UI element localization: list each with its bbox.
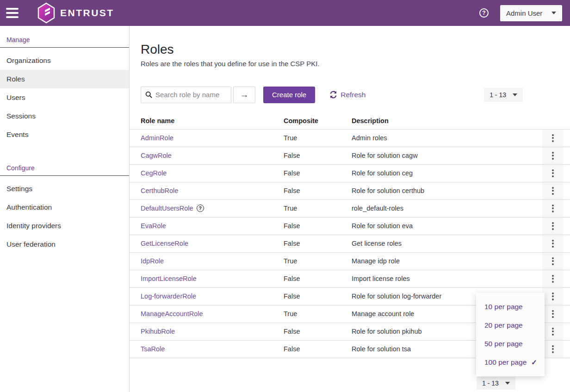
- pagination-range-label: 1 - 13: [482, 380, 499, 387]
- role-link-importlicenserole[interactable]: ImportLicenseRole: [141, 275, 197, 282]
- search-icon: [145, 91, 152, 99]
- row-actions-kebab-button[interactable]: [542, 165, 564, 182]
- refresh-link[interactable]: Refresh: [329, 91, 366, 99]
- composite-value: True: [284, 257, 352, 265]
- actions-cell: [542, 253, 570, 270]
- role-link-evarole[interactable]: EvaRole: [141, 222, 166, 230]
- page-subtitle: Roles are the roles that you define for …: [141, 60, 559, 68]
- row-actions-kebab-button[interactable]: [542, 182, 564, 199]
- menu-item-20-per-page[interactable]: 20 per page: [476, 316, 545, 335]
- row-actions-kebab-button[interactable]: [542, 270, 564, 287]
- help-icon[interactable]: ?: [479, 8, 489, 18]
- role-link-idprole[interactable]: IdpRole: [141, 257, 164, 265]
- composite-value: True: [284, 205, 352, 212]
- row-actions-kebab-button[interactable]: [542, 147, 564, 164]
- sidebar-item-identity-providers[interactable]: Identity providers: [0, 217, 129, 235]
- table-row: AdminRoleTrueAdmin roles: [130, 130, 570, 147]
- row-actions-kebab-button[interactable]: [542, 341, 564, 358]
- row-actions-kebab-button[interactable]: [542, 305, 564, 323]
- search-input[interactable]: [155, 91, 227, 99]
- sidebar-section-label: Configure: [6, 164, 129, 172]
- description-value: role_default-roles: [352, 205, 542, 212]
- row-actions-kebab-button[interactable]: [542, 323, 564, 340]
- sidebar-item-sessions[interactable]: Sessions: [0, 107, 129, 125]
- menu-item-label: 50 per page: [484, 340, 523, 348]
- chevron-down-icon: [513, 93, 517, 96]
- table-row: EvaRoleFalseRole for solution eva: [130, 218, 570, 235]
- row-actions-kebab-button[interactable]: [542, 288, 564, 305]
- role-link-cegrole[interactable]: CegRole: [141, 169, 167, 177]
- role-link-cagwrole[interactable]: CagwRole: [141, 152, 172, 159]
- role-link-tsarole[interactable]: TsaRole: [141, 345, 165, 353]
- table-row: CerthubRoleFalseRole for solution certhu…: [130, 182, 570, 200]
- column-header-role-name: Role name: [130, 117, 284, 124]
- row-actions-kebab-button[interactable]: [542, 200, 564, 217]
- user-menu-dropdown[interactable]: Admin User: [500, 5, 562, 21]
- role-link-adminrole[interactable]: AdminRole: [141, 134, 173, 142]
- per-page-menu: 10 per page20 per page50 per page100 per…: [476, 293, 545, 376]
- composite-value: False: [284, 187, 352, 194]
- refresh-icon: [329, 91, 337, 99]
- menu-item-100-per-page[interactable]: 100 per page✓: [476, 353, 545, 372]
- actions-cell: [542, 218, 570, 235]
- role-help-icon[interactable]: ?: [197, 205, 204, 212]
- sidebar-item-organizations[interactable]: Organizations: [0, 51, 129, 70]
- table-row: GetLicenseRoleFalseGet license roles: [130, 235, 570, 253]
- menu-item-50-per-page[interactable]: 50 per page: [476, 335, 545, 353]
- table-row: CagwRoleFalseRole for solution cagw: [130, 147, 570, 165]
- toolbar: → Create role Refresh 1 - 13: [141, 87, 570, 103]
- table-row: ImportLicenseRoleFalseImport license rol…: [130, 270, 570, 288]
- composite-value: False: [284, 240, 352, 247]
- user-menu-label: Admin User: [506, 9, 542, 17]
- menu-item-label: 10 per page: [484, 303, 523, 311]
- role-link-defaultusersrole[interactable]: DefaultUsersRole: [141, 205, 193, 212]
- column-header-composite: Composite: [284, 117, 352, 124]
- table-header-row: Role name Composite Description: [130, 113, 570, 130]
- chevron-down-icon: [551, 12, 556, 14]
- actions-cell: [542, 147, 570, 164]
- pagination-range-dropdown-bottom[interactable]: 1 - 13: [477, 377, 515, 390]
- table-row: DefaultUsersRole?Truerole_default-roles: [130, 200, 570, 218]
- row-actions-kebab-button[interactable]: [542, 235, 564, 252]
- role-link-getlicenserole[interactable]: GetLicenseRole: [141, 240, 188, 247]
- create-role-button[interactable]: Create role: [263, 87, 315, 103]
- actions-cell: [542, 200, 570, 217]
- brand-name: ENTRUST: [60, 7, 114, 19]
- actions-cell: [542, 235, 570, 252]
- role-link-pkihubrole[interactable]: PkihubRole: [141, 328, 175, 335]
- role-link-log-forwarderrole[interactable]: Log-forwarderRole: [141, 292, 196, 300]
- column-header-description: Description: [352, 117, 542, 124]
- sidebar-item-roles[interactable]: Roles: [0, 70, 129, 88]
- chevron-down-icon: [505, 382, 510, 385]
- pagination-range-dropdown-top[interactable]: 1 - 13: [484, 88, 523, 102]
- column-header-actions: [542, 113, 570, 129]
- actions-cell: [542, 341, 570, 358]
- menu-item-10-per-page[interactable]: 10 per page: [476, 298, 545, 316]
- page-header: Roles Roles are the roles that you defin…: [130, 26, 570, 68]
- actions-cell: [542, 323, 570, 340]
- check-icon: ✓: [531, 358, 537, 367]
- menu-item-label: 100 per page: [484, 358, 527, 367]
- role-link-manageaccountrole[interactable]: ManageAccountRole: [141, 310, 203, 317]
- sidebar-item-user-federation[interactable]: User federation: [0, 235, 129, 254]
- row-actions-kebab-button[interactable]: [542, 130, 564, 147]
- actions-cell: [542, 270, 570, 287]
- refresh-label: Refresh: [341, 91, 366, 99]
- description-value: Get license roles: [352, 240, 542, 247]
- hamburger-menu-icon[interactable]: [6, 8, 19, 18]
- composite-value: False: [284, 345, 352, 353]
- table-row: IdpRoleTrueManage idp role: [130, 253, 570, 270]
- sidebar-item-authentication[interactable]: Authentication: [0, 198, 129, 217]
- composite-value: False: [284, 222, 352, 230]
- description-value: Admin roles: [352, 134, 542, 142]
- description-value: Role for solution eva: [352, 222, 542, 230]
- role-link-certhubrole[interactable]: CerthubRole: [141, 187, 178, 194]
- composite-value: True: [284, 134, 352, 142]
- row-actions-kebab-button[interactable]: [542, 253, 564, 270]
- sidebar-item-settings[interactable]: Settings: [0, 180, 129, 198]
- sidebar-item-users[interactable]: Users: [0, 88, 129, 107]
- search-submit-button[interactable]: →: [233, 87, 255, 103]
- row-actions-kebab-button[interactable]: [542, 218, 564, 235]
- sidebar-item-events[interactable]: Events: [0, 125, 129, 144]
- actions-cell: [542, 182, 570, 199]
